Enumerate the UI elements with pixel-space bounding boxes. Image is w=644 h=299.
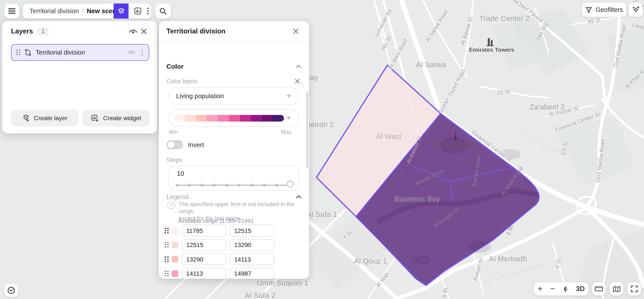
ramp-segment (273, 115, 284, 121)
layers-count-badge: 1 (38, 27, 49, 35)
fullscreen-button[interactable] (627, 282, 641, 296)
breadcrumb-parent[interactable]: Territorial division (30, 8, 79, 14)
eye-icon (129, 28, 137, 34)
widgets-tool-button[interactable] (130, 4, 145, 18)
funnel-icon (586, 6, 592, 13)
measure-button[interactable] (592, 282, 606, 296)
layer-more-button[interactable] (137, 49, 147, 56)
zoom-out-button[interactable]: − (550, 284, 555, 294)
app-root: Trade Center 2Al SatwaZa'abeel 2Al WaslB… (0, 0, 644, 299)
caret-down-icon (286, 117, 291, 120)
slider-step-dot[interactable] (213, 184, 216, 186)
ai-magic-button[interactable] (628, 3, 643, 17)
ramp-segment (207, 115, 218, 121)
range-from-input[interactable] (182, 268, 226, 279)
clock-icon (7, 286, 16, 294)
slider-step-dot[interactable] (250, 184, 253, 186)
style-panel-close-button[interactable] (290, 28, 301, 34)
toggle-all-visibility-button[interactable] (127, 28, 139, 34)
slider-step-dot[interactable] (176, 184, 178, 186)
color-basis-label: Color basis (166, 78, 197, 84)
create-layer-button[interactable]: Create layer (11, 110, 78, 126)
layers-panel-close-button[interactable] (139, 28, 149, 34)
invert-label: Invert (188, 141, 204, 148)
ramp-min-label: Min (169, 129, 178, 135)
layer-visibility-button[interactable] (126, 50, 137, 55)
layers-tool-button[interactable] (114, 4, 128, 18)
legend-section-header[interactable]: Legend (166, 193, 302, 200)
style-panel: Territorial division Color Color basis L… (159, 21, 309, 279)
range-from-input[interactable] (182, 239, 226, 251)
color-section-header[interactable]: Color (166, 62, 302, 70)
sparkle-icon (632, 6, 640, 14)
range-to-input[interactable] (230, 239, 274, 251)
toggle-knob (168, 141, 174, 148)
search-button[interactable] (156, 4, 171, 18)
clear-color-basis-button[interactable] (293, 78, 302, 84)
map-nav-controls: + − 3D (534, 282, 588, 296)
drag-handle-icon[interactable] (16, 50, 20, 55)
drag-handle-icon[interactable] (165, 242, 168, 248)
history-button[interactable] (4, 284, 18, 297)
chevron-up-icon[interactable] (296, 195, 302, 198)
ramp-segment (262, 115, 273, 121)
create-widget-label: Create widget (103, 114, 141, 122)
layers-panel: Layers 1 Territorial division (2, 21, 157, 134)
zoom-in-button[interactable]: + (538, 284, 542, 294)
range-to-input[interactable] (230, 253, 274, 265)
more-menu-button[interactable] (144, 4, 152, 18)
create-layer-label: Create layer (34, 114, 68, 122)
menu-button[interactable] (4, 4, 19, 18)
color-section-title: Color (166, 62, 184, 70)
color-basis-value: Living population (176, 92, 224, 100)
invert-toggle[interactable] (166, 140, 183, 149)
geofilters-button[interactable]: Geofilters (582, 3, 626, 17)
breadcrumb: Territorial division / New scene (23, 4, 152, 18)
available-range-text: Available range 11785–21491 (178, 218, 254, 224)
legend-row (165, 239, 303, 251)
layer-item-territorial-division[interactable]: Territorial division (11, 44, 149, 61)
slider-track (177, 184, 289, 186)
steps-slider[interactable] (177, 183, 289, 187)
legend-row (165, 253, 303, 265)
bar-chart-icon (134, 7, 142, 15)
legend-color-swatch[interactable] (172, 227, 178, 234)
drag-handle-icon[interactable] (165, 228, 168, 234)
slider-handle[interactable] (286, 180, 294, 188)
range-from-input[interactable] (182, 224, 226, 236)
basemap-button[interactable] (610, 282, 623, 296)
compass-button[interactable] (562, 285, 568, 292)
legend-title: Legend (166, 193, 188, 200)
range-to-input[interactable] (230, 224, 274, 236)
slider-step-dot[interactable] (226, 184, 228, 186)
geofilters-label: Geofilters (596, 6, 623, 13)
color-basis-select[interactable]: Living population (168, 87, 299, 105)
range-from-input[interactable] (182, 253, 226, 265)
chevron-up-icon[interactable] (296, 64, 302, 68)
slider-step-dot[interactable] (200, 184, 203, 186)
layer-name: Territorial division (36, 49, 126, 56)
drag-handle-icon[interactable] (165, 270, 168, 276)
color-ramp-select[interactable] (168, 109, 299, 127)
create-widget-button[interactable]: Create widget (82, 110, 150, 126)
steps-value[interactable]: 10 (177, 170, 184, 177)
three-d-button[interactable]: 3D (576, 285, 585, 293)
slider-step-dot[interactable] (238, 184, 241, 186)
invert-row: Invert (166, 140, 302, 149)
fullscreen-icon (630, 285, 638, 292)
slider-step-dot[interactable] (263, 184, 266, 186)
panel-scrollbar[interactable] (306, 92, 308, 169)
close-icon (141, 28, 146, 34)
legend-color-swatch[interactable] (172, 242, 178, 248)
range-to-input[interactable] (230, 268, 274, 279)
slider-step-dot[interactable] (188, 184, 191, 186)
slider-step-dot[interactable] (275, 184, 278, 186)
legend-color-swatch[interactable] (172, 270, 178, 277)
ramp-segment (251, 115, 262, 121)
create-widget-icon (91, 114, 99, 122)
compass-icon (562, 285, 568, 292)
drag-handle-icon[interactable] (165, 256, 168, 262)
legend-color-swatch[interactable] (172, 256, 178, 262)
help-icon[interactable]: ? (167, 201, 175, 209)
color-ramp-preview (174, 115, 284, 121)
